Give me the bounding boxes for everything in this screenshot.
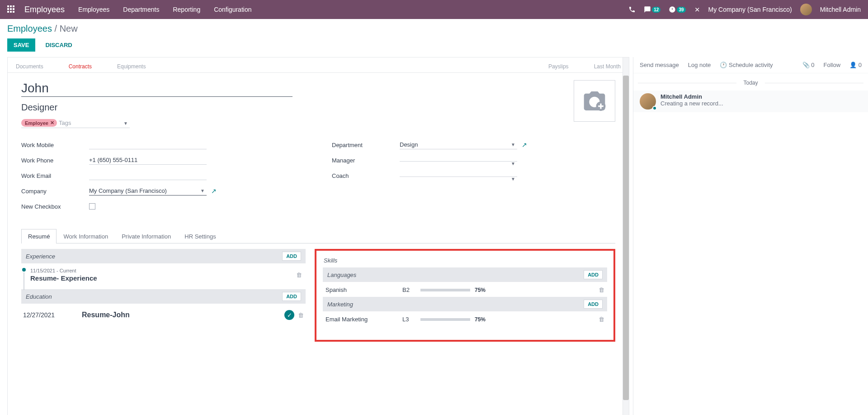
experience-header: Experience ADD: [21, 249, 306, 263]
followers-count[interactable]: 👤 0: [849, 62, 862, 68]
timeline-dot-icon: [22, 268, 26, 272]
user-name[interactable]: Mitchell Admin: [820, 6, 861, 13]
activities-icon[interactable]: 39: [669, 6, 685, 13]
scroll-thumb[interactable]: [623, 76, 629, 400]
menu-departments[interactable]: Departments: [123, 6, 159, 13]
trash-icon[interactable]: 🗑: [599, 316, 604, 323]
coach-select[interactable]: ▼: [400, 175, 517, 177]
skill-row[interactable]: Email Marketing L3 75% 🗑: [323, 314, 607, 326]
schedule-activity-button[interactable]: 🕐 Schedule activity: [720, 62, 773, 68]
education-header: Education ADD: [21, 289, 306, 304]
stat-payslips[interactable]: Payslips: [545, 62, 572, 72]
message-body: Creating a new record...: [660, 100, 862, 107]
send-message-button[interactable]: Send message: [640, 62, 679, 68]
skills-panel: Skills Languages ADD Spanish B2 75% 🗑 Ma…: [315, 249, 615, 342]
menu-employees[interactable]: Employees: [78, 6, 109, 13]
skill-name: Spanish: [326, 286, 398, 293]
skill-percent: 75%: [475, 287, 486, 293]
external-link-icon[interactable]: ↗: [522, 141, 527, 148]
breadcrumb-sep: /: [55, 24, 60, 33]
company-selector[interactable]: My Company (San Francisco): [708, 6, 792, 13]
trash-icon[interactable]: 🗑: [296, 272, 302, 278]
skill-row[interactable]: Spanish B2 75% 🗑: [323, 285, 607, 297]
education-item[interactable]: 12/27/2021 Resume-John ✓ 🗑: [21, 306, 306, 324]
main-area: Documents Contracts Equipments Payslips …: [0, 57, 868, 415]
close-debug-icon[interactable]: [694, 6, 700, 13]
check-icon[interactable]: ✓: [284, 310, 294, 320]
employee-name-input[interactable]: [21, 80, 292, 97]
menu-reporting[interactable]: Reporting: [173, 6, 200, 13]
stat-buttons: Documents Contracts Equipments Payslips …: [8, 57, 629, 73]
trash-icon[interactable]: 🗑: [298, 312, 304, 319]
education-title: Resume-John: [82, 311, 130, 319]
manager-select[interactable]: ▼: [400, 159, 517, 162]
stat-last-month[interactable]: Last Month: [590, 62, 624, 72]
experience-item[interactable]: 11/15/2021 - Current Resume- Experience …: [21, 266, 306, 286]
attachment-count[interactable]: 📎 0: [802, 62, 815, 68]
action-bar: SAVE DISCARD: [0, 36, 868, 57]
add-language-button[interactable]: ADD: [584, 270, 603, 279]
chevron-down-icon: ▼: [511, 142, 515, 147]
activities-badge: 39: [677, 7, 685, 13]
job-title[interactable]: Designer: [21, 102, 560, 113]
resume-left: Experience ADD 11/15/2021 - Current Resu…: [21, 249, 306, 342]
work-mobile-input[interactable]: [89, 140, 207, 149]
phone-icon[interactable]: [628, 6, 636, 13]
chevron-down-icon: ▼: [200, 188, 205, 193]
label-coach: Coach: [332, 172, 400, 179]
stat-contracts[interactable]: Contracts: [65, 62, 95, 72]
skill-category-languages: Languages ADD: [323, 267, 607, 282]
add-marketing-button[interactable]: ADD: [584, 300, 603, 309]
app-title: Employees: [24, 5, 65, 14]
tab-work-info[interactable]: Work Information: [57, 229, 115, 243]
messages-icon[interactable]: 12: [644, 6, 660, 13]
add-education-button[interactable]: ADD: [282, 292, 301, 301]
tags-field[interactable]: Employee ✕ Tags ▼: [21, 119, 130, 128]
trash-icon[interactable]: 🗑: [599, 286, 604, 293]
stat-documents[interactable]: Documents: [12, 62, 47, 72]
breadcrumb-current: New: [60, 24, 78, 33]
user-avatar[interactable]: [800, 4, 812, 15]
log-note-button[interactable]: Log note: [688, 62, 711, 68]
label-manager: Manager: [332, 157, 400, 164]
apps-icon[interactable]: [7, 5, 15, 14]
breadcrumb-parent[interactable]: Employees: [7, 24, 52, 33]
department-select[interactable]: Design▼: [400, 140, 517, 149]
topbar: Employees Employees Departments Reportin…: [0, 0, 868, 19]
save-button[interactable]: SAVE: [7, 38, 35, 52]
chevron-down-icon: ▼: [511, 161, 515, 166]
menu-configuration[interactable]: Configuration: [214, 6, 251, 13]
follow-button[interactable]: Follow: [824, 62, 841, 68]
label-work-mobile: Work Mobile: [21, 142, 89, 148]
work-phone-input[interactable]: [89, 156, 207, 165]
work-email-input[interactable]: [89, 171, 207, 180]
tag-remove-icon[interactable]: ✕: [50, 120, 54, 126]
topbar-right: 12 39 My Company (San Francisco) Mitchel…: [628, 4, 861, 15]
tab-hr-settings[interactable]: HR Settings: [178, 229, 222, 243]
resume-area: Experience ADD 11/15/2021 - Current Resu…: [21, 249, 615, 342]
breadcrumb-bar: Employees / New: [0, 19, 868, 36]
add-experience-button[interactable]: ADD: [282, 252, 301, 261]
form-content: Designer Employee ✕ Tags ▼ Work Mobile W…: [8, 73, 629, 349]
skill-category-marketing: Marketing ADD: [323, 297, 607, 311]
stat-equipments[interactable]: Equipments: [113, 62, 149, 72]
label-department: Department: [332, 142, 400, 148]
breadcrumb: Employees / New: [7, 24, 861, 34]
company-select[interactable]: My Company (San Francisco)▼: [89, 186, 207, 196]
form-panel: Documents Contracts Equipments Payslips …: [7, 57, 629, 415]
messages-badge: 12: [652, 7, 660, 13]
chevron-down-icon[interactable]: ▼: [123, 121, 128, 126]
tab-resume[interactable]: Resumé: [21, 229, 57, 243]
discard-button[interactable]: DISCARD: [41, 38, 76, 52]
new-checkbox[interactable]: [89, 203, 95, 210]
tabs: Resumé Work Information Private Informat…: [21, 229, 615, 243]
photo-upload[interactable]: [574, 80, 615, 122]
skills-header: Skills: [323, 257, 607, 264]
label-work-phone: Work Phone: [21, 157, 89, 164]
external-link-icon[interactable]: ↗: [211, 187, 217, 195]
tab-private-info[interactable]: Private Information: [115, 229, 178, 243]
label-company: Company: [21, 188, 89, 195]
scrollbar[interactable]: [623, 57, 629, 415]
tag-employee[interactable]: Employee ✕: [21, 119, 57, 127]
online-dot-icon: [652, 106, 657, 110]
